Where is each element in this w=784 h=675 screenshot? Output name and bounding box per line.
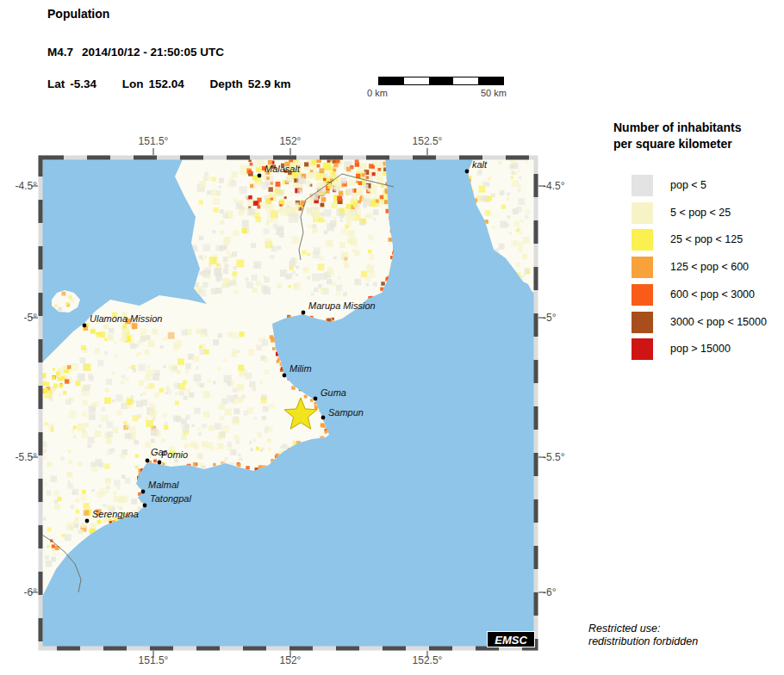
restricted-use-note: Restricted use: redistribution forbidden bbox=[588, 622, 698, 648]
lon-label: Lon bbox=[122, 77, 144, 90]
city-label: Ulamona Mission bbox=[90, 313, 162, 324]
city-dot bbox=[85, 519, 90, 523]
city-label: Malmal bbox=[148, 480, 179, 490]
legend-label: 125 < pop < 600 bbox=[670, 261, 749, 273]
event-line: M4.72014/10/12 - 21:50:05 UTC bbox=[47, 46, 233, 59]
city-label: Pomio bbox=[161, 449, 188, 460]
depth-label: Depth bbox=[210, 77, 243, 90]
axis-label-latitude: -4.5° bbox=[3, 180, 37, 192]
scale-bar-segment bbox=[478, 77, 503, 84]
legend-swatch bbox=[632, 338, 653, 360]
city-dot bbox=[83, 324, 87, 328]
scale-bar bbox=[378, 77, 504, 85]
city-dot bbox=[258, 174, 262, 178]
legend-swatch bbox=[632, 175, 653, 196]
axis-label-longitude: 152° bbox=[280, 135, 302, 147]
city-label: Malasalt bbox=[264, 164, 301, 174]
scale-bar-segment bbox=[429, 77, 454, 84]
city-dot bbox=[146, 459, 150, 463]
legend-label: 600 < pop < 3000 bbox=[670, 288, 755, 300]
city-dot bbox=[141, 490, 146, 494]
page-title: Population bbox=[47, 7, 109, 21]
depth-value: 52.9 km bbox=[248, 77, 291, 90]
axis-label-latitude: -5° bbox=[3, 312, 37, 324]
scale-bar-max-label: 50 km bbox=[481, 88, 507, 98]
city-label: Milim bbox=[289, 363, 312, 374]
event-magnitude: M4.7 bbox=[47, 46, 73, 59]
axis-label-latitude: -5° bbox=[543, 312, 556, 324]
axis-label-longitude: 152° bbox=[280, 654, 302, 666]
legend-label: 3000 < pop < 15000 bbox=[670, 316, 767, 328]
city-label: Tatongpal bbox=[150, 493, 191, 504]
city-dot bbox=[143, 504, 147, 508]
city-label: kalt bbox=[472, 159, 488, 170]
event-datetime: 2014/10/12 - 21:50:05 UTC bbox=[82, 46, 224, 59]
city-dot bbox=[158, 461, 162, 465]
city-label: Serenguna bbox=[92, 509, 139, 519]
city-dot bbox=[321, 416, 326, 420]
legend-swatch bbox=[632, 202, 653, 224]
legend-label: pop > 15000 bbox=[670, 343, 731, 355]
legend-label: pop < 5 bbox=[670, 179, 706, 191]
lat-value: -5.34 bbox=[70, 77, 96, 90]
axis-label-latitude: -6° bbox=[543, 586, 556, 598]
legend-swatch bbox=[632, 229, 653, 251]
axis-label-latitude: -4.5° bbox=[543, 180, 564, 192]
city-label: Guma bbox=[320, 387, 346, 398]
axis-label-longitude: 151.5° bbox=[139, 135, 169, 147]
legend-swatch bbox=[632, 257, 653, 278]
axis-label-longitude: 152.5° bbox=[413, 654, 443, 666]
city-dot bbox=[465, 170, 470, 174]
event-coordinates: Lat-5.34 Lon152.04 Depth52.9 km bbox=[47, 77, 313, 90]
axis-label-longitude: 152.5° bbox=[413, 135, 443, 147]
axis-label-latitude: -5.5° bbox=[3, 451, 37, 463]
emsc-badge: EMSC bbox=[487, 631, 535, 647]
city-dot bbox=[283, 374, 287, 378]
legend-label: 5 < pop < 25 bbox=[670, 207, 731, 219]
axis-label-latitude: -6° bbox=[3, 586, 37, 598]
legend-title: Number of inhabitants per square kilomet… bbox=[613, 120, 742, 152]
city-label: Sampun bbox=[328, 407, 364, 418]
legend-swatch bbox=[632, 284, 653, 306]
axis-label-longitude: 151.5° bbox=[139, 654, 169, 666]
lat-label: Lat bbox=[47, 77, 65, 90]
axis-label-latitude: -5.5° bbox=[543, 451, 564, 463]
scale-bar-segment bbox=[453, 77, 478, 84]
population-map-page: Population M4.72014/10/12 - 21:50:05 UTC… bbox=[0, 0, 784, 675]
population-map: MalasaltkaltMarupa MissionUlamona Missio… bbox=[28, 146, 548, 660]
city-dot bbox=[314, 397, 318, 401]
scale-bar-zero-label: 0 km bbox=[367, 88, 388, 98]
legend-label: 25 < pop < 125 bbox=[670, 233, 743, 245]
scale-bar-segment bbox=[404, 77, 429, 84]
lon-value: 152.04 bbox=[149, 77, 184, 90]
scale-bar-segment bbox=[379, 77, 404, 84]
city-dot bbox=[302, 311, 306, 315]
legend-swatch bbox=[632, 312, 653, 333]
city-label: Marupa Mission bbox=[308, 300, 376, 311]
